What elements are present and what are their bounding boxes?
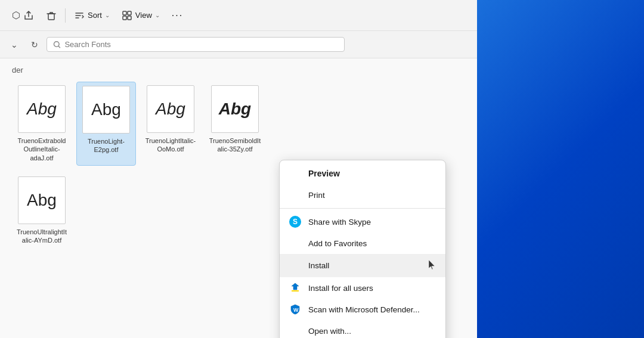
menu-divider-1 — [280, 208, 445, 209]
skype-icon: S — [289, 216, 301, 228]
svg-rect-3 — [123, 16, 126, 20]
delete-icon — [46, 10, 57, 21]
svg-rect-4 — [128, 16, 131, 20]
context-menu: Preview Print S Share with Skype Add to … — [279, 160, 446, 338]
font-name-2: TruenoLight-E2pg.otf — [80, 137, 132, 154]
font-name-4: TruenoSemiboldItalic-35Zy.otf — [209, 137, 261, 154]
more-button[interactable]: ··· — [167, 7, 188, 24]
menu-label-favorites: Add to Favorites — [308, 239, 436, 248]
menu-item-install[interactable]: Install — [280, 254, 445, 277]
menu-item-install-all[interactable]: Install for all users — [280, 277, 445, 299]
font-name-1: TruenoExtraboldOutlineItalic-adaJ.otf — [16, 137, 68, 162]
sort-chevron: ⌄ — [105, 12, 110, 18]
defender-icon: W — [289, 303, 301, 315]
content-area: der Abg TruenoExtraboldOutlineItalic-ada… — [0, 58, 477, 338]
view-icon — [122, 10, 132, 21]
menu-item-print[interactable]: Print — [280, 184, 445, 206]
font-preview-5: Abg — [18, 176, 66, 224]
font-name-3: TruenoLightItalic-OoMo.otf — [144, 137, 197, 154]
font-item-2[interactable]: Abg TruenoLight-E2pg.otf — [76, 82, 136, 166]
install-icon — [289, 260, 301, 272]
sort-icon — [74, 10, 85, 21]
font-item-5[interactable]: Abg TruenoUltralightItalic-AYmD.otf — [12, 173, 72, 249]
menu-item-open-with[interactable]: Open with... — [280, 320, 445, 338]
font-item-3[interactable]: Abg TruenoLightItalic-OoMo.otf — [141, 82, 200, 166]
preview-icon — [289, 168, 301, 179]
menu-label-open-with: Open with... — [308, 327, 436, 336]
open-with-icon — [289, 325, 301, 337]
search-box — [47, 37, 345, 52]
view-chevron: ⌄ — [155, 12, 160, 18]
cursor-icon — [428, 259, 436, 272]
view-label: View — [135, 11, 152, 20]
toolbar: ⬡ Sort ⌄ — [0, 0, 477, 31]
svg-rect-2 — [128, 11, 131, 15]
menu-item-preview[interactable]: Preview — [280, 163, 445, 184]
blue-background — [477, 0, 644, 338]
font-item-4[interactable]: Abg TruenoSemiboldItalic-35Zy.otf — [205, 82, 265, 166]
menu-label-defender: Scan with Microsoft Defender... — [308, 305, 436, 314]
menu-item-defender[interactable]: W Scan with Microsoft Defender... — [280, 299, 445, 320]
font-name-5: TruenoUltralightItalic-AYmD.otf — [16, 228, 68, 245]
more-label: ··· — [172, 10, 183, 21]
menu-label-skype: Share with Skype — [308, 218, 436, 227]
refresh-button[interactable]: ↻ — [26, 36, 43, 53]
toolbar-separator-1 — [65, 8, 66, 23]
search-icon — [53, 41, 61, 49]
menu-label-install-all: Install for all users — [308, 284, 436, 293]
svg-rect-0 — [48, 14, 54, 20]
sort-button[interactable]: Sort ⌄ — [69, 7, 114, 24]
search-input[interactable] — [64, 40, 338, 49]
share-toolbar-button[interactable]: ⬡ — [7, 7, 39, 24]
explorer-window: ⬡ Sort ⌄ — [0, 0, 477, 338]
print-icon — [289, 189, 301, 201]
svg-rect-1 — [123, 11, 126, 15]
sort-label: Sort — [88, 11, 102, 20]
font-preview-1: Abg — [18, 85, 66, 133]
delete-toolbar-button[interactable] — [41, 7, 61, 24]
menu-label-preview: Preview — [308, 169, 436, 178]
address-bar: ⌄ ↻ — [0, 31, 477, 58]
share-toolbar-icon: ⬡ — [12, 10, 20, 21]
menu-label-install: Install — [308, 261, 418, 270]
dropdown-button[interactable]: ⌄ — [6, 36, 23, 53]
menu-item-skype[interactable]: S Share with Skype — [280, 211, 445, 232]
font-preview-2: Abg — [82, 86, 130, 134]
font-preview-4: Abg — [211, 85, 259, 133]
install-all-icon — [289, 282, 301, 294]
font-preview-3: Abg — [147, 85, 194, 133]
share-icon-svg — [23, 10, 34, 21]
view-button[interactable]: View ⌄ — [117, 7, 165, 24]
svg-text:W: W — [293, 307, 299, 313]
font-item-1[interactable]: Abg TruenoExtraboldOutlineItalic-adaJ.ot… — [12, 82, 72, 166]
menu-item-favorites[interactable]: Add to Favorites — [280, 232, 445, 254]
menu-label-print: Print — [308, 191, 436, 200]
folder-breadcrumb: der — [12, 66, 465, 75]
favorites-icon — [289, 237, 301, 249]
